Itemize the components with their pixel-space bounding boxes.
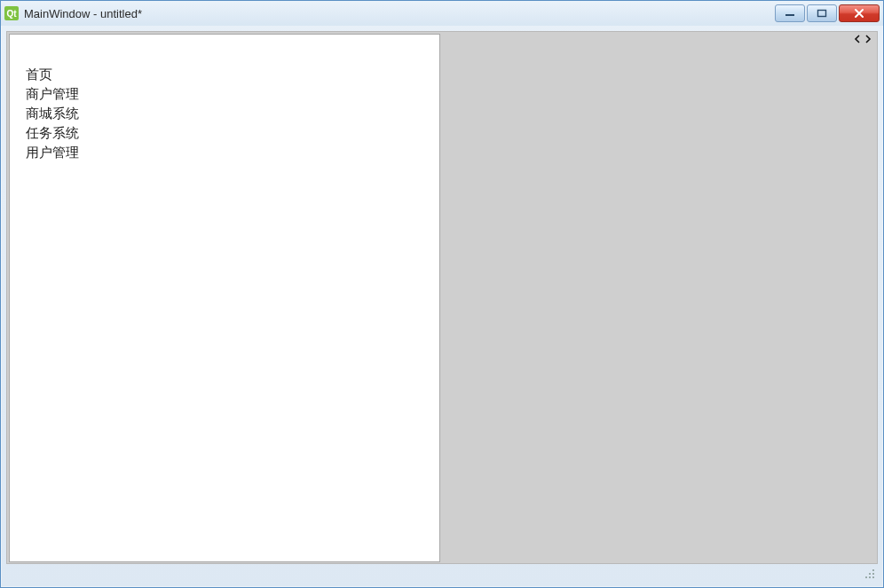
tree-item-mall-system[interactable]: 商城系统 bbox=[26, 104, 439, 123]
designer-surface[interactable]: 首页 商户管理 商城系统 任务系统 用户管理 bbox=[6, 31, 878, 564]
maximize-button[interactable] bbox=[807, 4, 837, 22]
tree-item-merchant-mgmt[interactable]: 商户管理 bbox=[26, 84, 439, 104]
qt-app-icon: Qt bbox=[4, 6, 19, 20]
svg-rect-1 bbox=[818, 11, 826, 17]
titlebar: Qt MainWindow - untitled* bbox=[1, 1, 883, 26]
window-controls bbox=[775, 4, 880, 22]
tree-widget[interactable]: 首页 商户管理 商城系统 任务系统 用户管理 bbox=[9, 34, 440, 562]
svg-rect-0 bbox=[785, 14, 794, 16]
minimize-button[interactable] bbox=[775, 4, 805, 22]
window-title: MainWindow - untitled* bbox=[24, 7, 775, 20]
status-bar bbox=[6, 564, 878, 582]
maximize-icon bbox=[817, 9, 827, 18]
size-grip-icon[interactable] bbox=[863, 567, 875, 579]
content-area: 首页 商户管理 商城系统 任务系统 用户管理 bbox=[1, 26, 883, 587]
tree-item-home[interactable]: 首页 bbox=[26, 65, 439, 84]
tree-item-user-mgmt[interactable]: 用户管理 bbox=[26, 143, 439, 162]
nav-right-arrow-icon[interactable] bbox=[863, 34, 873, 44]
close-button[interactable] bbox=[839, 4, 880, 22]
tree-item-task-system[interactable]: 任务系统 bbox=[26, 123, 439, 143]
nav-left-arrow-icon[interactable] bbox=[852, 34, 863, 44]
minimize-icon bbox=[785, 9, 795, 18]
close-icon bbox=[853, 8, 865, 19]
main-window: Qt MainWindow - untitled* bbox=[0, 0, 884, 588]
designer-nav-arrows bbox=[852, 34, 873, 44]
